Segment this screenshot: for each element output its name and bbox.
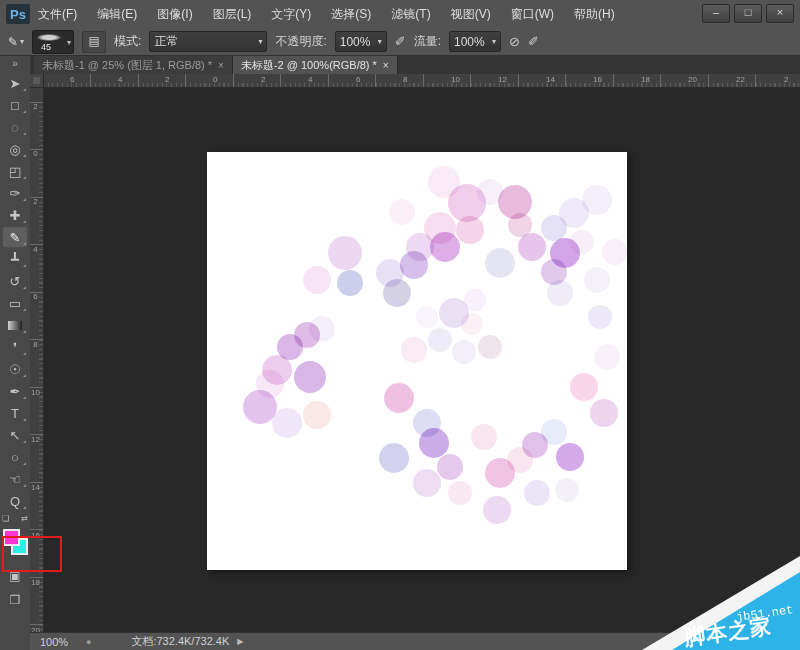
menu-item[interactable]: 图像(I)	[157, 6, 192, 23]
flow-value: 100%	[454, 35, 486, 49]
brush-stroke-circle	[456, 216, 484, 244]
color-mini-row: ❏ ⇄	[2, 514, 28, 526]
brush-tool[interactable]: ✎	[2, 226, 28, 248]
history-brush-tool[interactable]: ↺	[2, 270, 28, 292]
brush-stroke-circle	[416, 306, 438, 328]
hand-tool[interactable]: ☜	[2, 468, 28, 490]
ruler-tick-label: 6	[31, 293, 40, 301]
ellipse-tool[interactable]: ○	[2, 446, 28, 468]
eyedropper-tool[interactable]: ✑	[2, 182, 28, 204]
menu-item[interactable]: 编辑(E)	[97, 6, 137, 23]
brush-stroke-circle	[437, 454, 463, 480]
brush-icon: ✎	[8, 35, 18, 49]
tab-label: 未标题-1 @ 25% (图层 1, RGB/8) *	[42, 58, 212, 73]
healing-brush-tool[interactable]: ✚	[2, 204, 28, 226]
document-size-info: 文档:732.4K/732.4K	[131, 634, 229, 649]
brush-stroke-circle	[588, 305, 612, 329]
zoom-level-field[interactable]: 100%	[40, 636, 86, 648]
menu-item[interactable]: 视图(V)	[451, 6, 491, 23]
opacity-dropdown[interactable]: 100% ▾	[335, 31, 387, 52]
type-tool[interactable]: T	[2, 402, 28, 424]
brush-preset-picker[interactable]: ✎ ▾	[8, 35, 24, 49]
brush-stroke-circle	[448, 481, 472, 505]
menu-item[interactable]: 选择(S)	[331, 6, 371, 23]
brush-size-value: 45	[41, 42, 51, 52]
close-button[interactable]: ×	[766, 4, 794, 23]
chevron-down-icon: ▾	[20, 37, 24, 46]
tab-close-icon[interactable]: ×	[218, 60, 224, 71]
tool-list: ➤□◌◎◰✑✚✎┻↺▭❜☉✒T↖○☜Q	[2, 72, 28, 512]
document-tab-bar: 未标题-1 @ 25% (图层 1, RGB/8) *×未标题-2 @ 100%…	[30, 56, 800, 74]
document-tab[interactable]: 未标题-1 @ 25% (图层 1, RGB/8) *×	[34, 56, 233, 74]
document-canvas[interactable]	[207, 152, 627, 570]
status-icon: ●	[86, 637, 91, 647]
menu-items: 文件(F)编辑(E)图像(I)图层(L)文字(Y)选择(S)滤镜(T)视图(V)…	[38, 6, 615, 23]
move-tool[interactable]: ➤	[2, 72, 28, 94]
tab-label: 未标题-2 @ 100%(RGB/8) *	[241, 58, 377, 73]
opacity-label: 不透明度:	[275, 33, 326, 50]
document-tab[interactable]: 未标题-2 @ 100%(RGB/8) *×	[233, 56, 398, 74]
swap-colors-icon[interactable]: ⇄	[21, 514, 28, 526]
ruler-tick-label: 4	[118, 75, 122, 84]
toggle-brush-panel-button[interactable]: ▤	[82, 31, 106, 53]
pressure-opacity-icon[interactable]: ✐	[395, 34, 406, 49]
brush-stroke-circle	[413, 469, 441, 497]
path-selection-tool[interactable]: ↖	[2, 424, 28, 446]
brush-size-well[interactable]: 45 ▾	[32, 30, 74, 54]
brush-stroke-circle	[428, 328, 452, 352]
eraser-tool[interactable]: ▭	[2, 292, 28, 314]
screen-mode-button[interactable]: ❐	[2, 590, 28, 610]
brush-stroke-circle	[400, 251, 428, 279]
ruler-tick-label: 14	[546, 75, 555, 84]
blur-tool[interactable]: ❜	[2, 336, 28, 358]
brush-stroke-circle	[430, 232, 460, 262]
crop-tool[interactable]: ◰	[2, 160, 28, 182]
brush-stroke-circle	[547, 280, 573, 306]
pressure-size-icon[interactable]: ✐	[528, 34, 539, 49]
lasso-tool[interactable]: ◌	[2, 116, 28, 138]
tab-close-icon[interactable]: ×	[383, 60, 389, 71]
annotation-highlight-box	[2, 536, 62, 572]
status-options-arrow[interactable]: ▶	[237, 637, 243, 646]
brush-stroke-circle	[570, 230, 594, 254]
brush-stroke-circle	[555, 478, 579, 502]
brush-stroke-circle	[303, 401, 331, 429]
collapse-panel-icon[interactable]: »	[12, 56, 18, 72]
airbrush-icon[interactable]: ⊘	[509, 34, 520, 49]
brush-stroke-circle	[594, 344, 620, 370]
ruler-tick-label: 8	[31, 341, 40, 349]
ruler-tick-label: 0	[31, 150, 40, 158]
minimize-button[interactable]: –	[702, 4, 730, 23]
menu-item[interactable]: 滤镜(T)	[391, 6, 430, 23]
ruler-tick-label: 8	[403, 75, 407, 84]
maximize-button[interactable]: □	[734, 4, 762, 23]
gradient-tool[interactable]	[2, 314, 28, 336]
brush-stroke-circle	[471, 424, 497, 450]
quick-selection-tool[interactable]: ◎	[2, 138, 28, 160]
ruler-tick-label: 2	[784, 75, 788, 84]
brush-stroke-circle	[584, 267, 610, 293]
marquee-tool[interactable]: □	[2, 94, 28, 116]
photoshop-window: Ps 文件(F)编辑(E)图像(I)图层(L)文字(Y)选择(S)滤镜(T)视图…	[0, 0, 800, 650]
window-controls: – □ ×	[702, 4, 794, 23]
brush-stroke-circle	[401, 337, 427, 363]
clone-stamp-tool[interactable]: ┻	[2, 248, 28, 270]
menu-item[interactable]: 文件(F)	[38, 6, 77, 23]
menu-item[interactable]: 窗口(W)	[511, 6, 554, 23]
dodge-tool[interactable]: ☉	[2, 358, 28, 380]
photoshop-logo: Ps	[6, 4, 30, 24]
brush-stroke-circle	[556, 443, 584, 471]
brush-stroke-circle	[518, 233, 546, 261]
ruler-tick-label: 14	[31, 484, 40, 492]
flow-dropdown[interactable]: 100% ▾	[449, 31, 501, 52]
ruler-tick-label: 10	[31, 389, 40, 397]
menu-item[interactable]: 图层(L)	[213, 6, 252, 23]
menu-item[interactable]: 文字(Y)	[271, 6, 311, 23]
zoom-tool[interactable]: Q	[2, 490, 28, 512]
brush-stroke-circle	[419, 428, 449, 458]
brush-stroke-circle	[272, 408, 302, 438]
default-colors-icon[interactable]: ❏	[2, 514, 9, 526]
blend-mode-dropdown[interactable]: 正常 ▾	[149, 31, 267, 52]
pen-tool[interactable]: ✒	[2, 380, 28, 402]
menu-item[interactable]: 帮助(H)	[574, 6, 615, 23]
